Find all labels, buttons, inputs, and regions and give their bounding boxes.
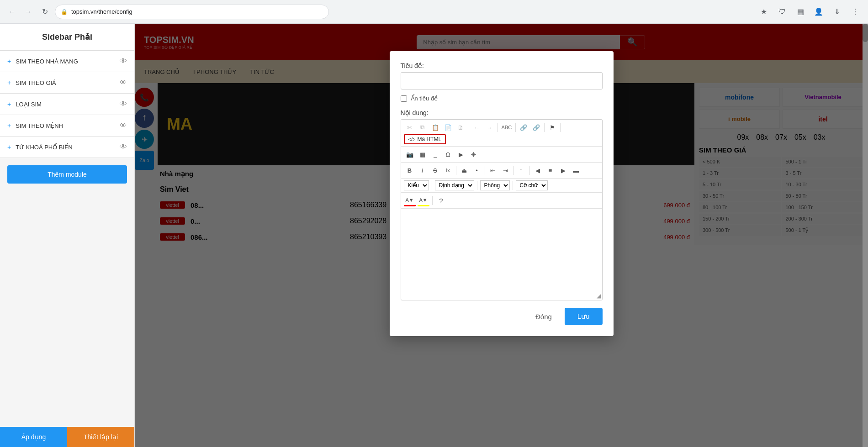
- divider-11: [477, 181, 477, 190]
- sidebar-item-tu-khoa-pho-bien[interactable]: + TỪ KHOÁ PHỔ BIẾN 👁: [0, 137, 134, 158]
- add-module-button[interactable]: Thêm module: [7, 165, 127, 184]
- extensions-icon[interactable]: ▦: [793, 5, 808, 19]
- reset-button[interactable]: Thiết lập lại: [67, 427, 134, 447]
- outdent-btn[interactable]: ⇤: [487, 164, 499, 176]
- modal-overlay: Tiêu đề: Ẩn tiêu đề Nội dung: ✄ ⧉ 📋: [135, 24, 868, 447]
- html-source-btn[interactable]: </> Mã HTML: [404, 134, 446, 144]
- hide-title-row: Ẩn tiêu đề: [401, 95, 603, 102]
- format-dropdown[interactable]: Định dạng: [435, 180, 474, 190]
- rte-toolbar-row1: ✄ ⧉ 📋 📄 🗎 ← → ABC 🔗 🔗 ⚑: [401, 120, 602, 147]
- download-icon[interactable]: ⇓: [830, 5, 844, 19]
- help-btn[interactable]: ?: [435, 195, 447, 206]
- ordered-list-btn[interactable]: ⏏: [458, 164, 470, 176]
- fontsize-dropdown[interactable]: Cỡ chữ: [516, 180, 548, 190]
- divider-5: [560, 123, 561, 132]
- apply-button[interactable]: Áp dụng: [0, 427, 67, 447]
- paste-text-btn[interactable]: 📄: [442, 121, 454, 133]
- html-icon: </>: [408, 137, 416, 142]
- sidebar-title: Sidebar Phải: [0, 24, 134, 51]
- rich-text-editor: ✄ ⧉ 📋 📄 🗎 ← → ABC 🔗 🔗 ⚑: [401, 119, 603, 300]
- rte-toolbar-row3: B I S Ix ⏏ • ⇤ ⇥ “ ◀ ≡: [401, 163, 602, 179]
- eye-icon-4: 👁: [120, 121, 127, 130]
- divider-8: [513, 166, 514, 175]
- sidebar-label-2: SIM THEO GIÁ: [16, 79, 120, 86]
- title-label: Tiêu đề:: [401, 62, 603, 69]
- rte-toolbar-row4: Kiểu Định dạng Phông Cỡ chữ: [401, 179, 602, 193]
- rte-body[interactable]: ◢: [401, 209, 602, 300]
- eye-icon-5: 👁: [120, 143, 127, 151]
- rte-toolbar-row5: A▼ A▼ ?: [401, 193, 602, 209]
- save-button[interactable]: Lưu: [565, 308, 603, 325]
- reload-button[interactable]: ↻: [38, 5, 51, 18]
- sidebar-item-sim-theo-menh[interactable]: + SIM THEO MỆNH 👁: [0, 115, 134, 137]
- close-button[interactable]: Đóng: [528, 309, 559, 324]
- hr-btn[interactable]: ⎯: [429, 148, 441, 160]
- bold-btn[interactable]: B: [404, 164, 416, 176]
- align-center-btn[interactable]: ≡: [545, 164, 556, 176]
- image-btn[interactable]: 📷: [404, 148, 416, 160]
- rte-resize-handle[interactable]: ◢: [591, 293, 601, 299]
- lock-icon: 🔒: [61, 9, 68, 15]
- italic-btn[interactable]: I: [417, 164, 429, 176]
- divider-2: [498, 123, 498, 132]
- unlink-btn[interactable]: 🔗: [530, 121, 542, 133]
- back-button[interactable]: ←: [5, 5, 18, 18]
- divider-3: [515, 123, 516, 132]
- sidebar-bottom-actions: Áp dụng Thiết lập lại: [0, 427, 134, 447]
- strikethrough-btn[interactable]: S: [429, 164, 441, 176]
- cut-btn[interactable]: ✄: [404, 121, 416, 133]
- redo-btn[interactable]: →: [484, 121, 496, 133]
- sidebar-item-sim-theo-gia[interactable]: + SIM THEO GIÁ 👁: [0, 72, 134, 94]
- modal-dialog: Tiêu đề: Ẩn tiêu đề Nội dung: ✄ ⧉ 📋: [390, 51, 614, 336]
- sidebar: Sidebar Phải + SIM THEO NHÀ MẠNG 👁 + SIM…: [0, 24, 135, 447]
- eye-icon-3: 👁: [120, 100, 127, 108]
- profile-icon[interactable]: 👤: [811, 5, 826, 19]
- menu-icon[interactable]: ⋮: [848, 5, 863, 19]
- text-color-btn[interactable]: A▼: [404, 195, 416, 206]
- divider-6: [456, 166, 456, 175]
- undo-btn[interactable]: ←: [471, 121, 483, 133]
- copy-btn[interactable]: ⧉: [417, 121, 429, 133]
- align-left-btn[interactable]: ◀: [532, 164, 544, 176]
- bookmark-star-icon[interactable]: ★: [757, 5, 771, 19]
- media-btn[interactable]: ▶: [455, 148, 467, 160]
- link-btn[interactable]: 🔗: [518, 121, 529, 133]
- bg-color-btn[interactable]: A▼: [418, 195, 429, 206]
- sidebar-item-loai-sim[interactable]: + LOẠI SIM 👁: [0, 94, 134, 115]
- address-bar[interactable]: 🔒 topsim.vn/theme/config: [55, 5, 329, 19]
- special-char-btn[interactable]: Ω: [442, 148, 454, 160]
- divider-13: [432, 196, 433, 205]
- modal-footer: Đóng Lưu: [401, 300, 603, 325]
- sidebar-item-sim-theo-nha-mang[interactable]: + SIM THEO NHÀ MẠNG 👁: [0, 51, 134, 72]
- blockquote-btn[interactable]: “: [516, 164, 528, 176]
- indent-btn[interactable]: ⇥: [500, 164, 512, 176]
- anchor-btn[interactable]: ⚑: [546, 121, 558, 133]
- divider-4: [544, 123, 545, 132]
- hide-title-label: Ẩn tiêu đề: [411, 95, 438, 102]
- content-area: TOPSIM.VN TOP SIM SỐ ĐẸP GIÁ RẺ 🔍 TRANG …: [135, 24, 868, 447]
- forward-button[interactable]: →: [22, 5, 35, 18]
- sidebar-label-5: TỪ KHOÁ PHỔ BIẾN: [16, 144, 120, 151]
- table-btn[interactable]: ▦: [417, 148, 429, 160]
- divider-7: [485, 166, 485, 175]
- eye-icon-2: 👁: [120, 79, 127, 87]
- plus-icon-5: +: [7, 143, 11, 151]
- font-dropdown[interactable]: Phông: [480, 180, 510, 190]
- content-label: Nội dung:: [401, 109, 603, 116]
- shield-icon[interactable]: 🛡: [775, 5, 789, 19]
- style-dropdown[interactable]: Kiểu: [404, 180, 429, 190]
- browser-chrome: ← → ↻ 🔒 topsim.vn/theme/config ★ 🛡 ▦ 👤 ⇓…: [0, 0, 868, 24]
- paste-word-btn[interactable]: 🗎: [455, 121, 467, 133]
- find-replace-btn[interactable]: ABC: [500, 121, 514, 133]
- align-right-btn[interactable]: ▶: [557, 164, 569, 176]
- plus-icon-2: +: [7, 79, 11, 86]
- clear-format-btn[interactable]: Ix: [442, 164, 454, 176]
- paste-btn[interactable]: 📋: [429, 121, 441, 133]
- html-label: Mã HTML: [417, 136, 441, 142]
- plus-icon-3: +: [7, 100, 11, 108]
- hide-title-checkbox[interactable]: [401, 95, 407, 102]
- unordered-list-btn[interactable]: •: [471, 164, 483, 176]
- title-input[interactable]: [401, 72, 603, 89]
- fullscreen-btn[interactable]: ✥: [468, 148, 480, 160]
- align-justify-btn[interactable]: ▬: [570, 164, 582, 176]
